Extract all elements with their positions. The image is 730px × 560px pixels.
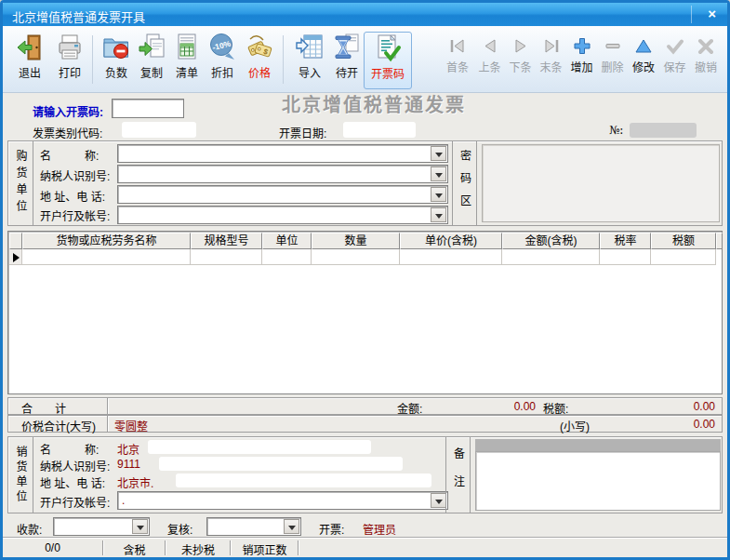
table-cell[interactable] [22, 249, 191, 265]
toolbar-button-delete[interactable]: 删除 [597, 32, 628, 89]
status-record-count: 0/0 [3, 541, 102, 554]
table-cell[interactable] [600, 249, 651, 265]
table-header[interactable]: 货物或应税劳务名称 [22, 233, 191, 249]
totals-label: 合 计 [21, 400, 66, 416]
toolbar-label: 导入 [289, 64, 330, 80]
small-write-label: (小写) [560, 418, 590, 433]
reviewer-combo[interactable] [206, 517, 301, 536]
chevron-down-icon [435, 173, 443, 178]
buyer-address-combo[interactable] [117, 185, 448, 204]
row-selector-cell[interactable] [9, 249, 22, 265]
table-header[interactable]: 规格型号 [191, 233, 262, 249]
table-header[interactable]: 税率 [600, 233, 651, 249]
payee-combo[interactable] [53, 517, 150, 536]
dropdown-button[interactable] [431, 187, 446, 202]
seller-taxid-value: 9111 [117, 458, 140, 471]
seller-bank-combo[interactable]: . [117, 491, 448, 510]
dropdown-button[interactable] [431, 493, 446, 508]
dropdown-button[interactable] [284, 519, 299, 534]
toolbar-button-save[interactable]: 保存 [659, 32, 690, 89]
remark-textarea[interactable] [475, 451, 721, 511]
toolbar-button-undo[interactable]: 撤销 [690, 32, 722, 89]
table-cell[interactable] [651, 249, 716, 265]
table-cell[interactable] [502, 249, 600, 265]
toolbar-label: 待开 [328, 64, 365, 80]
undo-x-icon [696, 35, 716, 58]
seller-taxid-label: 纳税人识别号: [40, 458, 110, 473]
grand-total-row: 价税合计(大写) 零圆整 (小写) 0.00 [7, 415, 723, 433]
prev-record-icon [480, 35, 500, 58]
close-button[interactable]: × [708, 6, 716, 21]
table-cell[interactable] [262, 249, 312, 265]
table-header[interactable]: 税额 [651, 233, 716, 249]
toolbar-button-modify[interactable]: 修改 [628, 32, 659, 89]
first-record-icon [447, 35, 468, 58]
chevron-down-icon [435, 500, 443, 504]
dropdown-button[interactable] [431, 167, 446, 181]
toolbar-label: 价格 [239, 64, 280, 80]
seller-bank-value: . [122, 494, 125, 507]
toolbar-label: 退出 [9, 64, 50, 80]
delete-icon [603, 35, 623, 58]
toolbar-button-prev[interactable]: 上条 [474, 32, 505, 89]
redaction-patch [343, 122, 416, 138]
table-header[interactable]: 金额(含税) [502, 233, 600, 249]
app-window: 北京增值税普通发票开具 × 退出 打印 负数 复制 清单 -10% 折扣 [0, 0, 730, 560]
toolbar-button-print[interactable]: 打印 [50, 32, 89, 89]
toolbar-button-discount[interactable]: -10% 折扣 [204, 32, 241, 89]
toolbar-button-first[interactable]: 首条 [441, 32, 474, 89]
save-check-icon [665, 35, 685, 58]
toolbar-button-list[interactable]: 清单 [168, 32, 206, 89]
table-cell[interactable] [400, 249, 502, 265]
toolbar-button-negative[interactable]: 负数 [97, 32, 136, 89]
buyer-group-label-cell: 购货单位 [8, 141, 33, 225]
toolbar-button-last[interactable]: 末条 [536, 32, 566, 89]
toolbar-label: 撤销 [690, 59, 722, 74]
toolbar-button-exit[interactable]: 退出 [9, 32, 50, 89]
buyer-taxid-combo[interactable] [117, 165, 448, 183]
buyer-address-label: 地 址、电 话: [40, 188, 105, 204]
seller-group-label: 销货单位 [15, 446, 26, 505]
dropdown-button[interactable] [431, 146, 446, 161]
add-icon [572, 35, 592, 58]
toolbar-button-pending[interactable]: 待开 [328, 32, 365, 89]
toolbar-label: 折扣 [204, 64, 241, 80]
toolbar-button-add[interactable]: 增加 [566, 32, 597, 89]
titlebar-separator [691, 6, 692, 23]
drawer-label: 开票: [319, 521, 344, 537]
password-area-label: 密码区 [459, 150, 471, 217]
items-table[interactable]: 货物或应税劳务名称 规格型号 单位 数量 单价(含税) 金额(含税) 税率 税额 [7, 231, 723, 394]
buyer-group: 购货单位 名 称: 纳税人识别号: 地 址、电 话: 开户行及帐号: 密码区 [7, 140, 723, 226]
buyer-bank-combo[interactable] [117, 206, 448, 224]
drawer-value: 管理员 [363, 521, 396, 537]
buyer-name-label: 名 称: [40, 147, 99, 163]
seller-bank-label: 开户行及帐号: [40, 494, 110, 510]
divider [107, 416, 108, 432]
small-write-value: 0.00 [669, 418, 715, 431]
toolbar: 退出 打印 负数 复制 清单 -10% 折扣 $ 价格 [3, 26, 727, 93]
toolbar-button-invoice-code[interactable]: 开票码 [364, 32, 412, 89]
dropdown-button[interactable] [132, 519, 148, 534]
toolbar-label: 修改 [628, 59, 659, 74]
table-header[interactable]: 单位 [262, 233, 312, 249]
buyer-name-combo[interactable] [117, 144, 448, 163]
toolbar-button-copy[interactable]: 复制 [133, 32, 170, 89]
status-separator [298, 540, 299, 555]
table-header[interactable]: 数量 [312, 233, 400, 249]
seller-name-label: 名 称: [40, 441, 99, 457]
folder-minus-icon [101, 32, 131, 63]
table-cell[interactable] [312, 249, 400, 265]
title-bar[interactable]: 北京增值税普通发票开具 × [3, 3, 727, 26]
toolbar-button-next[interactable]: 下条 [505, 32, 536, 89]
invoice-code-input[interactable] [112, 99, 184, 118]
chevron-down-icon [288, 526, 296, 530]
table-cell[interactable] [191, 249, 262, 265]
next-record-icon [511, 35, 531, 58]
tax-label: 税额: [543, 400, 568, 416]
toolbar-button-price[interactable]: $ 价格 [239, 32, 280, 89]
remark-label-cell: 备注 [446, 437, 471, 513]
toolbar-button-import[interactable]: 导入 [289, 32, 330, 89]
table-header[interactable]: 单价(含税) [400, 233, 502, 249]
dropdown-button[interactable] [431, 207, 446, 222]
reviewer-label: 复核: [167, 521, 192, 537]
